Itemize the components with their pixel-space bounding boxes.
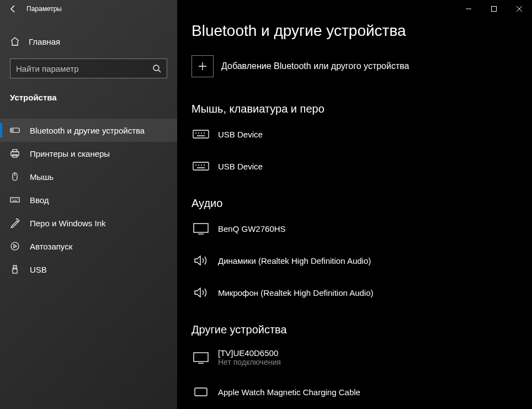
- printer-icon: [10, 148, 20, 158]
- device-item[interactable]: Динамики (Realtek High Definition Audio): [191, 249, 518, 272]
- arrow-left-icon: [9, 4, 18, 13]
- svg-point-8: [11, 242, 19, 250]
- svg-rect-16: [195, 388, 207, 396]
- svg-rect-13: [193, 162, 209, 170]
- keyboard-icon: [191, 128, 210, 141]
- add-device-button[interactable]: Добавление Bluetooth или другого устройс…: [191, 55, 518, 77]
- usb-icon: [10, 264, 20, 274]
- close-icon: [517, 6, 522, 12]
- nav-label: Перо и Windows Ink: [30, 219, 106, 228]
- device-name: [TV]UE40D6500: [218, 348, 281, 358]
- search-input[interactable]: [16, 64, 152, 73]
- nav-label: USB: [30, 265, 47, 274]
- svg-rect-3: [11, 152, 19, 156]
- device-name: Микрофон (Realtek High Definition Audio): [218, 288, 374, 298]
- search-icon: [152, 64, 161, 73]
- monitor-icon: [191, 222, 210, 235]
- minimize-icon: [466, 6, 471, 12]
- maximize-button[interactable]: [481, 0, 507, 18]
- svg-rect-10: [13, 269, 17, 273]
- keyboard-icon: [10, 195, 20, 205]
- close-button[interactable]: [507, 0, 532, 18]
- back-button[interactable]: [4, 0, 22, 18]
- home-icon: [10, 36, 20, 46]
- nav-item-pen[interactable]: Перо и Windows Ink: [0, 211, 177, 235]
- window-title: Параметры: [26, 5, 62, 13]
- mouse-icon: [10, 172, 20, 182]
- keyboard-icon: [191, 160, 210, 173]
- nav-item-bluetooth[interactable]: Bluetooth и другие устройства: [0, 119, 177, 142]
- maximize-icon: [491, 6, 497, 12]
- svg-rect-11: [492, 7, 497, 12]
- section-other-title: Другие устройства: [191, 323, 518, 336]
- svg-rect-4: [13, 150, 17, 152]
- search-box[interactable]: [10, 59, 167, 78]
- nav-item-mouse[interactable]: Мышь: [0, 165, 177, 188]
- autoplay-icon: [10, 241, 20, 251]
- monitor-icon: [191, 351, 210, 364]
- svg-rect-15: [194, 353, 208, 362]
- device-item[interactable]: Микрофон (Realtek High Definition Audio): [191, 281, 518, 304]
- page-title: Bluetooth и другие устройства: [191, 22, 518, 40]
- device-name: Apple Watch Magnetic Charging Cable: [218, 387, 360, 397]
- nav-label: Автозапуск: [30, 242, 72, 251]
- nav-label: Ввод: [30, 195, 49, 205]
- svg-rect-7: [10, 198, 19, 202]
- pen-icon: [10, 218, 20, 228]
- bluetooth-icon: [10, 125, 20, 135]
- device-name: USB Device: [218, 130, 263, 139]
- section-input-title: Мышь, клавиатура и перо: [191, 103, 518, 115]
- device-icon: [191, 385, 210, 399]
- device-name: Динамики (Realtek High Definition Audio): [218, 256, 371, 265]
- nav-label: Мышь: [30, 172, 54, 182]
- nav-item-autoplay[interactable]: Автозапуск: [0, 235, 177, 258]
- device-item[interactable]: Apple Watch Magnetic Charging Cable: [191, 381, 518, 403]
- svg-point-0: [153, 65, 159, 71]
- home-link[interactable]: Главная: [0, 31, 177, 52]
- device-name: USB Device: [218, 162, 263, 171]
- nav-label: Bluetooth и другие устройства: [30, 126, 145, 135]
- minimize-button[interactable]: [456, 0, 481, 18]
- svg-rect-2: [12, 129, 13, 131]
- speaker-icon: [191, 254, 210, 267]
- device-item[interactable]: BenQ GW2760HS: [191, 217, 518, 240]
- svg-rect-14: [194, 224, 208, 232]
- nav-item-printer[interactable]: Принтеры и сканеры: [0, 142, 177, 165]
- category-title: Устройства: [0, 85, 177, 108]
- nav-item-usb[interactable]: USB: [0, 258, 177, 281]
- svg-rect-9: [13, 265, 17, 269]
- section-audio-title: Аудио: [191, 197, 518, 210]
- plus-icon: [191, 55, 214, 77]
- speaker-icon: [191, 286, 210, 299]
- device-item[interactable]: [TV]UE40D6500Нет подключения: [191, 344, 518, 371]
- home-label: Главная: [29, 37, 60, 46]
- device-item[interactable]: USB Device: [191, 155, 518, 177]
- device-name: BenQ GW2760HS: [218, 224, 286, 233]
- add-device-label: Добавление Bluetooth или другого устройс…: [221, 61, 409, 71]
- svg-rect-12: [193, 130, 209, 138]
- nav-label: Принтеры и сканеры: [30, 149, 110, 158]
- device-status: Нет подключения: [218, 358, 281, 366]
- device-item[interactable]: USB Device: [191, 123, 518, 145]
- nav-item-keyboard[interactable]: Ввод: [0, 188, 177, 211]
